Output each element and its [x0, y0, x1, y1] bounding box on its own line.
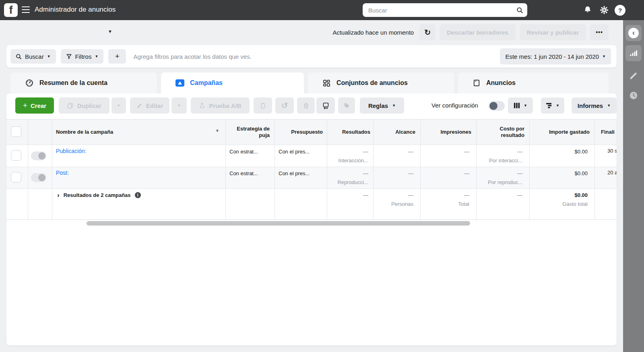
hamburger-menu-icon[interactable] — [22, 6, 30, 13]
toggle-knob — [489, 102, 497, 110]
cell-results-sub: Interacción... — [327, 157, 368, 164]
undo-button[interactable]: ↺ — [275, 97, 294, 114]
refresh-button[interactable]: ↻ — [419, 24, 436, 40]
column-header-budget[interactable]: Presupuesto — [275, 119, 323, 145]
charts-panel-button[interactable] — [625, 45, 642, 61]
rules-button[interactable]: Reglas ▼ — [360, 97, 404, 114]
column-header-bid-strategy[interactable]: Estrategia de puja — [225, 119, 270, 145]
search-icon — [516, 7, 523, 14]
duplicate-button[interactable]: Duplicar — [59, 97, 109, 114]
account-selector-caret-icon[interactable]: ▼ — [108, 29, 112, 34]
cell-cost-sub: Por interacci... — [476, 157, 522, 164]
facebook-logo-letter: f — [9, 4, 13, 17]
caret-down-icon: ▼ — [47, 54, 51, 58]
info-icon[interactable]: i — [135, 192, 141, 198]
trash-icon — [303, 102, 310, 109]
summary-row-label: › Resultados de 2 campañas i — [57, 192, 141, 199]
delete-button[interactable] — [297, 97, 315, 114]
global-search-input[interactable] — [367, 6, 516, 14]
create-button[interactable]: + Crear — [15, 97, 54, 114]
caret-down-icon: ▼ — [602, 54, 606, 58]
cell-end-date: 20 a — [607, 170, 617, 176]
filters-button[interactable]: Filtros ▼ — [61, 49, 104, 64]
collapse-sidebar-button[interactable]: ‹ — [625, 25, 642, 41]
view-setup-label: Ver configuración — [431, 93, 478, 118]
filter-hint-text: Agrega filtros para acotar los datos que… — [133, 53, 252, 60]
edit-button[interactable]: Editar — [130, 97, 169, 114]
global-search — [363, 3, 527, 17]
ab-test-button[interactable]: Prueba A/B — [191, 97, 250, 114]
settings-gear-icon[interactable] — [599, 4, 610, 16]
review-publish-button[interactable]: Revisar y publicar — [520, 24, 586, 40]
facebook-logo[interactable]: f — [4, 3, 18, 17]
view-setup-toggle[interactable] — [489, 101, 505, 111]
edit-pencil-icon[interactable] — [629, 71, 638, 80]
cell-bid-strategy: Con estrat... — [229, 149, 258, 155]
cell-amount-spent: $0.00 — [529, 149, 588, 155]
row-checkbox[interactable] — [11, 172, 21, 182]
select-all-checkbox[interactable] — [11, 126, 21, 137]
edit-caret-button[interactable]: ▼ — [171, 97, 187, 114]
campaign-name-link[interactable]: Post: — [56, 170, 69, 176]
notifications-bell-icon[interactable] — [582, 4, 593, 16]
reports-button[interactable]: Informes ▼ — [572, 97, 617, 114]
caret-down-icon: ▼ — [95, 54, 98, 58]
date-range-button[interactable]: Este mes: 1 jun 2020 - 14 jun 2020 ▼ — [500, 48, 611, 64]
columns-icon — [514, 102, 520, 109]
export-import-button[interactable] — [316, 97, 335, 114]
duplicate-icon — [67, 102, 74, 109]
clipboard-button[interactable] — [254, 97, 272, 114]
history-clock-icon[interactable] — [629, 91, 638, 100]
horizontal-scrollbar-thumb[interactable] — [87, 221, 470, 226]
columns-button[interactable]: ▼ — [508, 97, 533, 114]
campaign-toggle[interactable] — [31, 151, 46, 160]
right-sidebar: ‹ — [623, 20, 644, 352]
cell-end-date: 30 s — [607, 148, 617, 154]
updated-status: Actualizado hace un momento — [332, 29, 414, 36]
column-header-cost-per-result[interactable]: Costo por resultado — [476, 119, 524, 145]
sort-caret-icon[interactable]: ▼ — [215, 128, 219, 133]
column-header-name[interactable]: Nombre de la campaña — [56, 119, 213, 145]
app-title: Administrador de anuncios — [35, 6, 116, 14]
campaigns-panel: + Crear Duplicar ▼ Editar ▼ Prueba A/B ↺ — [6, 93, 617, 346]
tab-campaigns[interactable]: Campañas — [161, 72, 304, 93]
summary-impressions-sub: Total — [420, 201, 469, 207]
column-header-results[interactable]: Resultados — [327, 119, 370, 145]
tab-ads[interactable]: Anuncios — [458, 72, 609, 93]
tab-ad-sets[interactable]: Conjuntos de anuncios — [308, 72, 454, 93]
summary-reach-sub: Personas — [373, 201, 413, 207]
tag-button[interactable] — [338, 97, 355, 114]
column-header-reach[interactable]: Alcance — [373, 119, 415, 145]
column-header-impressions[interactable]: Impresiones — [420, 119, 471, 145]
duplicate-caret-button[interactable]: ▼ — [111, 97, 126, 114]
top-bar: f Administrador de anuncios ? — [0, 0, 644, 20]
caret-down-icon: ▼ — [392, 104, 396, 108]
more-options-button[interactable]: ••• — [590, 24, 609, 40]
caret-down-icon: ▼ — [607, 104, 611, 108]
help-icon[interactable]: ? — [615, 5, 625, 16]
chevron-left-icon: ‹ — [632, 29, 635, 36]
cell-results: — — [327, 170, 368, 176]
clipboard-icon — [260, 102, 266, 109]
discard-drafts-button[interactable]: Descartar borradores — [440, 24, 516, 40]
search-icon — [16, 54, 22, 60]
column-header-amount-spent[interactable]: Importe gastado — [529, 119, 590, 145]
row-checkbox[interactable] — [11, 150, 21, 161]
cell-results: — — [327, 149, 368, 155]
chevron-right-icon[interactable]: › — [57, 192, 60, 199]
summary-reach: — — [373, 192, 413, 198]
tab-account-overview[interactable]: Resumen de la cuenta — [10, 72, 157, 93]
campaign-toggle[interactable] — [31, 173, 46, 182]
breakdown-button[interactable]: ▼ — [541, 97, 564, 114]
gauge-icon — [25, 79, 34, 87]
cell-reach: — — [373, 149, 413, 155]
column-header-end-date[interactable]: Finali — [601, 119, 617, 145]
campaign-name-link[interactable]: Publicación: — [56, 148, 87, 154]
bar-chart-icon — [630, 49, 638, 57]
summary-cost: — — [476, 192, 522, 198]
cell-amount-spent: $0.00 — [529, 170, 588, 176]
add-filter-button[interactable]: + — [108, 49, 126, 64]
cell-impressions: — — [420, 149, 469, 155]
undo-icon: ↺ — [281, 101, 288, 110]
search-filter-button[interactable]: Buscar ▼ — [10, 49, 56, 64]
